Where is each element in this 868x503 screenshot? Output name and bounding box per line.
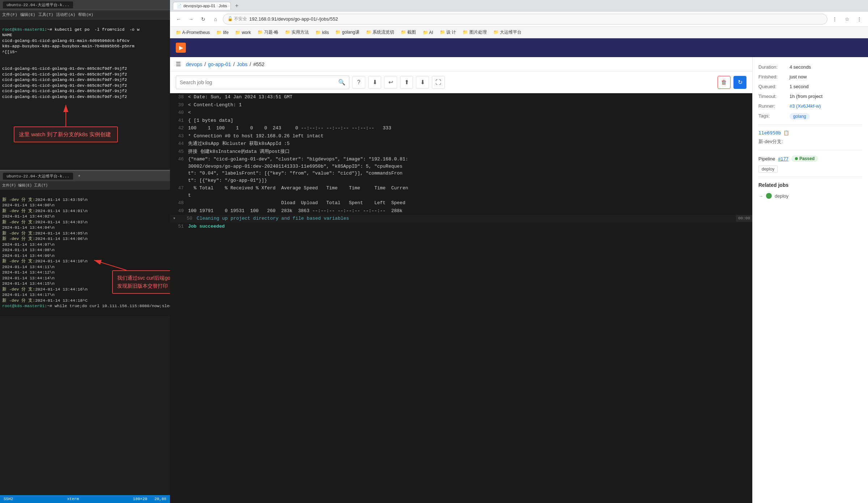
commit-hash[interactable]: 11e6950b: [758, 130, 781, 136]
status-bar: SSH2 xterm 180×20 20,88: [0, 495, 170, 503]
line-num-43: 43: [170, 133, 188, 140]
bookmark-life[interactable]: 📁 life: [213, 29, 231, 36]
line-num-51: 51: [170, 223, 188, 230]
runner-row: Runner: #3 (Xv6J4kf-w): [758, 103, 862, 109]
bookmark-jiejie[interactable]: 📁 截图: [398, 28, 419, 36]
help-menu[interactable]: 帮助(H): [78, 12, 93, 17]
tag-badge[interactable]: golang: [790, 113, 810, 120]
line-content-43: * Connection #0 to host 192.168.0.26 lef…: [188, 133, 752, 140]
new-tab-button[interactable]: +: [232, 1, 241, 10]
delete-button[interactable]: 🗑: [718, 76, 731, 89]
scroll-top-button[interactable]: ⬆: [400, 76, 413, 89]
breadcrumb-jobs[interactable]: Jobs: [237, 61, 248, 67]
duration-row: Duration: 4 seconds: [758, 64, 862, 70]
fullscreen-button[interactable]: ⛶: [432, 76, 445, 89]
edit-menu[interactable]: 编辑(E): [20, 12, 35, 17]
search-icon: 🔍: [338, 79, 345, 86]
copy-icon[interactable]: 📋: [783, 130, 789, 136]
bookmark-tupian[interactable]: 📁 图片处理: [460, 28, 489, 36]
file-menu[interactable]: 文件(F): [2, 12, 17, 17]
log-line-50[interactable]: ▾ 50 Cleaning up project directory and f…: [170, 215, 752, 223]
download-button[interactable]: ⬇: [368, 76, 381, 89]
breadcrumb: ☰ devops / go-app-01 / Jobs / #552: [170, 57, 752, 72]
log-line-40: 40 <: [170, 109, 752, 117]
breadcrumb-menu-icon[interactable]: ☰: [176, 61, 181, 68]
refresh-button[interactable]: ↻: [198, 14, 208, 24]
view-menu[interactable]: 工具(T): [38, 12, 54, 17]
line-content-42: 100 1 100 1 0 0 243 0 --:--:-- --:--:-- …: [188, 125, 752, 132]
scroll-bottom-button[interactable]: ⬇: [416, 76, 429, 89]
queued-value: 1 second: [790, 84, 862, 89]
browser-tab-active[interactable]: 📄 devops/go-app-01 · Jobs · #552: [173, 2, 231, 10]
line-num-49: 49: [170, 207, 188, 215]
new-tab-btn[interactable]: +: [78, 174, 81, 178]
line-content-41: { [1 bytes data]: [188, 117, 752, 124]
bookmark-shiyong[interactable]: 📁 实用方法: [282, 28, 312, 36]
bookmark-button[interactable]: ☆: [842, 14, 852, 24]
search-input[interactable]: [180, 79, 336, 85]
breadcrumb-job-id: #552: [253, 61, 264, 67]
t2-edit[interactable]: 编辑(E): [18, 183, 32, 188]
t2-file[interactable]: 文件(F): [2, 183, 16, 188]
finished-value: just now: [790, 74, 862, 79]
divider-3: [758, 177, 862, 177]
line-content-46: {"name": "cicd-golang-01-dev", "cluster"…: [188, 156, 752, 184]
runner-link[interactable]: #3 (Xv6J4kf-w): [790, 103, 821, 109]
t2-view[interactable]: 工具(T): [34, 183, 48, 188]
terminal2-tab[interactable]: ubuntu-22.04-大运维平台-k...: [3, 173, 73, 180]
back-button[interactable]: ←: [174, 14, 184, 24]
pipeline-link[interactable]: #177: [778, 156, 788, 162]
passed-text: Passed: [799, 156, 814, 161]
bookmark-ai[interactable]: 📁 AI: [420, 29, 436, 36]
help-button[interactable]: ?: [352, 76, 365, 89]
gitlab-header: ▶: [170, 38, 868, 57]
bookmark-work[interactable]: 📁 work: [232, 29, 254, 36]
section-collapse-50[interactable]: ▾: [170, 215, 179, 222]
breadcrumb-devops[interactable]: devops: [186, 61, 202, 67]
pipeline-row: Pipeline #177 Passed: [758, 155, 862, 162]
extensions-button[interactable]: ⋮: [830, 14, 840, 24]
breadcrumb-sep3: /: [250, 61, 251, 67]
line-num-42: 42: [170, 125, 188, 132]
bookmark-golang[interactable]: 📁 golang课: [332, 28, 362, 36]
line-content-38: < Date: Sun, 14 Jan 2024 13:43:51 GMT: [188, 94, 752, 101]
bookmark-dayunwei[interactable]: 📁 大运维平台: [490, 28, 524, 36]
terminal-tab[interactable]: ubuntu-22.04-大运维平台-k...: [3, 1, 73, 8]
home-button[interactable]: ⌂: [210, 14, 221, 24]
related-job-deploy[interactable]: → deploy: [758, 192, 862, 200]
terminal-content: root@k8s-master01:~# kubectl get po -l f…: [0, 20, 170, 107]
log-line-39: 39 < Content-Length: 1: [170, 101, 752, 109]
menu-button[interactable]: ⋮: [854, 14, 864, 24]
browser-window: 📄 devops/go-app-01 · Jobs · #552 + ← → ↻…: [170, 0, 868, 503]
address-bar[interactable]: 🔓 不安全 192.168.0.91/devops/go-app-01/-/jo…: [223, 14, 827, 25]
breadcrumb-go-app[interactable]: go-app-01: [208, 61, 231, 67]
line-num-41: 41: [170, 117, 188, 124]
divider-1: [758, 125, 862, 125]
retry-button[interactable]: ↻: [733, 76, 746, 89]
related-job-name: deploy: [775, 193, 788, 199]
search-wrap[interactable]: 🔍: [176, 76, 349, 89]
bookmark-xiti[interactable]: 📁 习题-略: [255, 28, 281, 36]
window-menu[interactable]: 活动栏(A): [56, 12, 75, 17]
job-main-area: ☰ devops / go-app-01 / Jobs / #552 🔍 ?: [170, 57, 752, 503]
log-line-46: 46 {"name": "cicd-golang-01-dev", "clust…: [170, 155, 752, 184]
finished-row: Finished: just now: [758, 74, 862, 79]
job-log-output[interactable]: 38 < Date: Sun, 14 Jan 2024 13:43:51 GMT…: [170, 93, 752, 503]
queued-row: Queued: 1 second: [758, 84, 862, 89]
line-content-50: Cleaning up project directory and file b…: [197, 215, 733, 222]
bookmark-prometheus[interactable]: 📁 A-Prometheus: [173, 29, 213, 36]
fullscreen-wrap-button[interactable]: ↩: [384, 76, 397, 89]
browser-titlebar: 📄 devops/go-app-01 · Jobs · #552 +: [170, 0, 868, 12]
bookmark-xitong[interactable]: 📁 系统流览切: [363, 28, 397, 36]
bookmark-k8s[interactable]: 📁 k8s: [312, 29, 332, 36]
terminal-titlebar: ubuntu-22.04-大运维平台-k...: [0, 0, 170, 10]
line-num-50: 50: [179, 215, 197, 222]
status-size: 180×20 20,88: [133, 497, 166, 501]
queued-label: Queued:: [758, 84, 787, 89]
bookmark-sheji[interactable]: 📁 设 计: [437, 28, 459, 36]
browser-toolbar: ← → ↻ ⌂ 🔓 不安全 192.168.0.91/devops/go-app…: [170, 12, 868, 27]
job-log-toolbar: 🔍 ? ⬇ ↩ ⬆ ⬇ ⛶ 🗑 ↻: [170, 72, 752, 93]
job-success-icon: [766, 193, 772, 199]
line-num-39: 39: [170, 102, 188, 109]
forward-button[interactable]: →: [186, 14, 196, 24]
